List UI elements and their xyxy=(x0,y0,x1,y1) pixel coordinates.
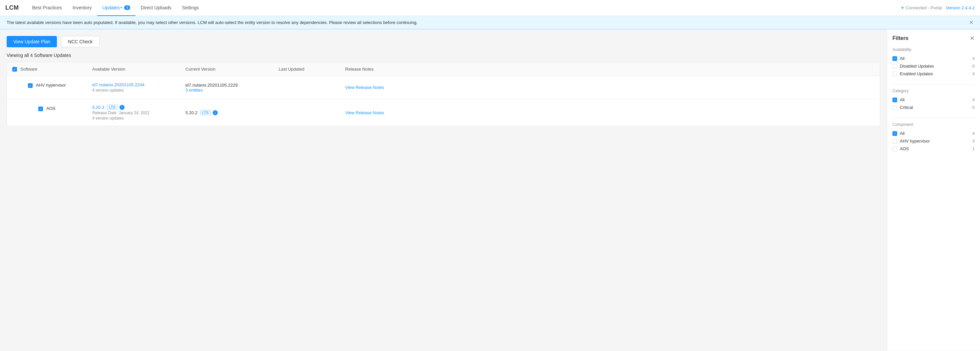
filter-section-category: Category All 4 Critical 0 xyxy=(892,89,975,111)
nav-item-updates[interactable]: Updates ▾ 4 xyxy=(97,0,135,16)
viewing-text: Viewing all 4 Software Updates xyxy=(7,53,880,58)
td-software-ahv: AHV hypervisor xyxy=(7,76,87,99)
filter-checkbox-component-aos[interactable] xyxy=(892,147,897,151)
filters-title: Filters xyxy=(892,35,908,41)
info-icon-current[interactable]: i xyxy=(213,110,218,115)
banner-message: The latest available versions have been … xyxy=(7,20,417,25)
table-row: AOS 5.20.3 LTS i Release Date: January 2… xyxy=(7,99,880,126)
rocket-icon: ✈ xyxy=(901,5,904,10)
filter-item-component-all[interactable]: All 4 xyxy=(892,129,975,137)
nav-item-label: Best Practices xyxy=(32,5,62,10)
filter-divider-2 xyxy=(892,118,975,118)
filter-checkbox-component-ahv[interactable] xyxy=(892,139,897,144)
filter-divider-1 xyxy=(892,84,975,85)
lts-tag-available: LTS xyxy=(107,105,117,110)
td-available-aos: 5.20.3 LTS i Release Date: January 24, 2… xyxy=(87,99,180,126)
nav-item-label: Updates xyxy=(103,5,120,10)
filters-sidebar: Filters ✕ Availability All 4 Disabled Up… xyxy=(887,29,980,351)
th-release-notes: Release Notes xyxy=(340,62,880,76)
nav-items: Best Practices Inventory Updates ▾ 4 Dir… xyxy=(27,0,204,16)
close-filters-button[interactable]: ✕ xyxy=(970,35,975,42)
available-version-link-aos[interactable]: 5.20.3 xyxy=(92,105,104,110)
filter-checkbox-critical[interactable] xyxy=(892,105,897,110)
nav-right: ✈ Connected - Portal Version 2.4.4.2 xyxy=(901,5,975,10)
version-updates-aos: 4 version updates xyxy=(92,116,175,121)
td-last-updated-aos xyxy=(273,99,340,126)
current-version-ahv: el7.nutanix.20201105.2229 xyxy=(185,83,268,88)
td-last-updated-ahv xyxy=(273,76,340,99)
filter-item-enabled-updates[interactable]: Enabled Updates 4 xyxy=(892,70,975,78)
td-release-notes-aos: View Release Notes xyxy=(340,99,880,126)
td-available-ahv: el7.nutanix.20201105.2244 4 version upda… xyxy=(87,76,180,99)
th-available-version: Available Version xyxy=(87,62,180,76)
filter-item-category-all[interactable]: All 4 xyxy=(892,96,975,104)
th-last-updated: Last Updated xyxy=(273,62,340,76)
updates-table: Software Available Version Current Versi… xyxy=(7,62,880,126)
filter-item-critical[interactable]: Critical 0 xyxy=(892,104,975,111)
filter-item-disabled-updates[interactable]: Disabled Updates 0 xyxy=(892,62,975,70)
th-software: Software xyxy=(7,62,87,76)
nav-item-label: Inventory xyxy=(73,5,92,10)
filters-header: Filters ✕ xyxy=(892,35,975,42)
entities-link-ahv[interactable]: 3 entities xyxy=(185,88,268,93)
view-update-plan-button[interactable]: View Update Plan xyxy=(7,36,57,47)
chevron-down-icon: ▾ xyxy=(121,6,122,9)
software-name-aos: AOS xyxy=(46,106,55,111)
updates-badge: 4 xyxy=(124,5,130,10)
nav-item-label: Settings xyxy=(182,5,199,10)
release-notes-link-aos[interactable]: View Release Notes xyxy=(345,110,875,115)
version-updates-ahv: 4 version updates xyxy=(92,88,175,93)
table-row: AHV hypervisor el7.nutanix.20201105.2244… xyxy=(7,76,880,99)
info-banner: The latest available versions have been … xyxy=(0,16,980,29)
lts-tag-current: LTS xyxy=(200,110,210,115)
select-all-checkbox[interactable] xyxy=(12,67,17,72)
content-area: View Update Plan NCC Check Viewing all 4… xyxy=(0,29,887,351)
software-name-ahv: AHV hypervisor xyxy=(36,83,66,88)
action-bar: View Update Plan NCC Check xyxy=(7,36,880,47)
app-logo: LCM xyxy=(5,4,19,11)
nav-item-label: Direct Uploads xyxy=(141,5,172,10)
ncc-check-button[interactable]: NCC Check xyxy=(61,36,100,47)
filter-section-title-availability: Availability xyxy=(892,47,975,52)
main-layout: View Update Plan NCC Check Viewing all 4… xyxy=(0,29,980,351)
top-navigation: LCM Best Practices Inventory Updates ▾ 4… xyxy=(0,0,980,16)
th-current-version: Current Version xyxy=(180,62,273,76)
current-version-aos: 5.20.2 xyxy=(185,110,197,115)
filter-checkbox-enabled-updates[interactable] xyxy=(892,72,897,76)
connection-status: ✈ Connected - Portal xyxy=(901,5,942,10)
filter-checkbox-availability-all[interactable] xyxy=(892,56,897,61)
filter-checkbox-category-all[interactable] xyxy=(892,97,897,102)
td-current-aos: 5.20.2 LTS i xyxy=(180,99,273,126)
td-software-aos: AOS xyxy=(7,99,87,126)
nav-item-best-practices[interactable]: Best Practices xyxy=(27,0,67,16)
filter-section-title-component: Component xyxy=(892,122,975,127)
td-release-notes-ahv: View Release Notes xyxy=(340,76,880,99)
filter-section-component: Component All 4 AHV hypervisor 3 AOS xyxy=(892,122,975,153)
info-icon-available[interactable]: i xyxy=(119,105,124,110)
filter-checkbox-component-all[interactable] xyxy=(892,131,897,136)
nav-item-inventory[interactable]: Inventory xyxy=(67,0,97,16)
nav-item-settings[interactable]: Settings xyxy=(177,0,204,16)
release-notes-link-ahv[interactable]: View Release Notes xyxy=(345,85,875,90)
td-current-ahv: el7.nutanix.20201105.2229 3 entities xyxy=(180,76,273,99)
close-banner-button[interactable]: ✕ xyxy=(969,19,973,26)
filter-checkbox-disabled-updates[interactable] xyxy=(892,64,897,69)
filter-section-availability: Availability All 4 Disabled Updates 0 En… xyxy=(892,47,975,78)
filter-item-availability-all[interactable]: All 4 xyxy=(892,54,975,62)
row-checkbox-aos[interactable] xyxy=(38,107,43,111)
filter-section-title-category: Category xyxy=(892,89,975,93)
row-checkbox-ahv[interactable] xyxy=(28,83,33,88)
filter-item-component-aos[interactable]: AOS 1 xyxy=(892,145,975,153)
release-date-aos: Release Date: January 24, 2022 xyxy=(92,110,175,115)
available-version-link-ahv[interactable]: el7.nutanix.20201105.2244 xyxy=(92,82,175,87)
version-link[interactable]: Version 2.4.4.2 xyxy=(946,5,975,10)
table-header: Software Available Version Current Versi… xyxy=(7,62,880,76)
filter-item-component-ahv[interactable]: AHV hypervisor 3 xyxy=(892,137,975,145)
nav-item-direct-uploads[interactable]: Direct Uploads xyxy=(135,0,177,16)
